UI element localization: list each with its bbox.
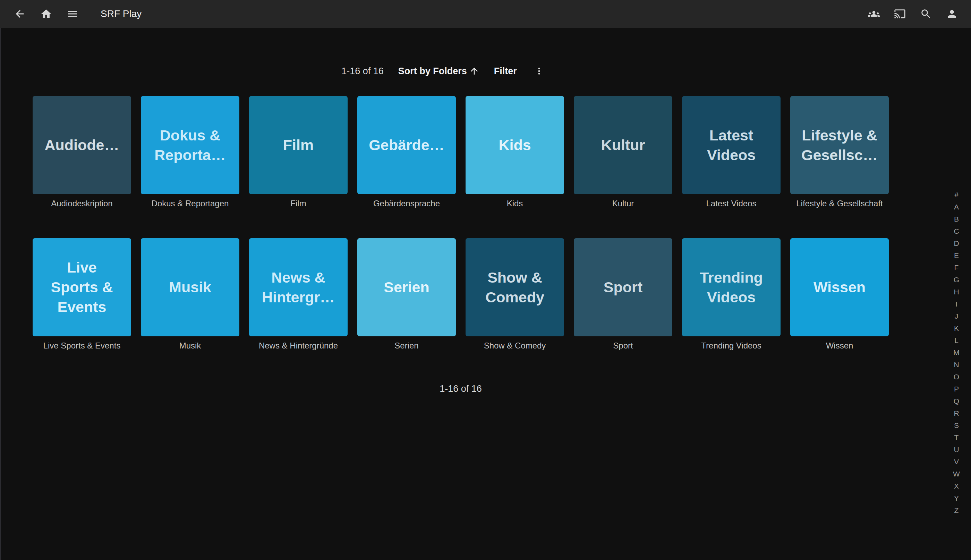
filter-button[interactable]: Filter: [494, 66, 517, 77]
alpha-letter-T[interactable]: T: [949, 432, 964, 443]
folder-card: News & Hintergr…News & Hintergründe: [249, 238, 348, 351]
folder-tile-9[interactable]: Musik: [141, 238, 239, 337]
folder-caption: Kultur: [574, 198, 672, 209]
home-icon: [40, 8, 52, 20]
vertical-dots-icon: [534, 66, 544, 76]
folder-caption: Gebärdensprache: [357, 198, 456, 209]
folder-tile-0[interactable]: Audiode…: [33, 96, 131, 194]
folder-tile-3[interactable]: Gebärde…: [357, 96, 456, 194]
app-bar-right: [866, 6, 959, 22]
folder-tile-2[interactable]: Film: [249, 96, 348, 194]
folder-tile-11[interactable]: Serien: [357, 238, 456, 337]
search-button[interactable]: [918, 6, 934, 22]
item-count-bottom: 1-16 of 16: [33, 383, 889, 395]
folder-caption: Audiodeskription: [33, 198, 131, 209]
folder-tile-4[interactable]: Kids: [465, 96, 564, 194]
cast-icon: [894, 8, 906, 20]
folder-card: WissenWissen: [790, 238, 889, 351]
folder-caption: Dokus & Reportagen: [141, 198, 239, 209]
user-button[interactable]: [944, 6, 959, 22]
alpha-letter-Z[interactable]: Z: [949, 504, 964, 516]
hamburger-menu-icon: [67, 8, 78, 20]
folder-tile-10[interactable]: News & Hintergr…: [249, 238, 348, 337]
alpha-letter-B[interactable]: B: [949, 213, 964, 225]
folder-tile-12[interactable]: Show & Comedy: [465, 238, 564, 337]
folder-tile-1[interactable]: Dokus & Reporta…: [141, 96, 239, 194]
alpha-letter-E[interactable]: E: [949, 249, 964, 262]
folder-tile-6[interactable]: Latest Videos: [682, 96, 781, 194]
left-edge-divider: [0, 28, 1, 560]
page-title: SRF Play: [101, 8, 142, 19]
groups-button[interactable]: [866, 6, 881, 22]
folder-caption: Show & Comedy: [465, 340, 564, 351]
folder-tile-7[interactable]: Lifestyle & Gesellsc…: [790, 96, 889, 194]
search-icon: [920, 8, 932, 20]
folder-caption: Live Sports & Events: [33, 340, 131, 351]
sort-button[interactable]: Sort by Folders: [398, 66, 479, 77]
app-bar-left: SRF Play: [12, 6, 142, 22]
folder-tile-15[interactable]: Wissen: [790, 238, 889, 337]
folder-card: Gebärde…Gebärdensprache: [357, 96, 456, 209]
folder-card: FilmFilm: [249, 96, 348, 209]
alpha-letter-F[interactable]: F: [949, 262, 964, 273]
alpha-letter-X[interactable]: X: [949, 480, 964, 492]
sort-button-label: Sort by Folders: [398, 66, 467, 77]
back-button[interactable]: [12, 6, 27, 22]
user-icon: [946, 8, 958, 20]
folder-card: Live Sports & EventsLive Sports & Events: [33, 238, 131, 351]
alpha-letter-H[interactable]: H: [949, 286, 964, 298]
home-button[interactable]: [38, 6, 54, 22]
cast-button[interactable]: [892, 6, 908, 22]
alpha-letter-N[interactable]: N: [949, 358, 964, 371]
folder-caption: News & Hintergründe: [249, 340, 348, 351]
alpha-letter-P[interactable]: P: [949, 383, 964, 395]
folder-tile-5[interactable]: Kultur: [574, 96, 672, 194]
folder-card: SportSport: [574, 238, 672, 351]
folder-tile-8[interactable]: Live Sports & Events: [33, 238, 131, 337]
groups-icon: [868, 8, 880, 20]
folder-card: Dokus & Reporta…Dokus & Reportagen: [141, 96, 239, 209]
folder-caption: Musik: [141, 340, 239, 351]
folder-grid: Audiode…AudiodeskriptionDokus & Reporta……: [33, 96, 889, 351]
library-toolbar: 1-16 of 16 Sort by Folders Filter: [0, 60, 888, 83]
alpha-letter-M[interactable]: M: [949, 347, 964, 358]
alpha-letter-Q[interactable]: Q: [949, 395, 964, 407]
folder-tile-14[interactable]: Trending Videos: [682, 238, 781, 337]
alpha-letter-K[interactable]: K: [949, 322, 964, 334]
folder-card: KidsKids: [465, 96, 564, 209]
alpha-letter-G[interactable]: G: [949, 273, 964, 286]
app-bar: SRF Play: [0, 0, 971, 28]
folder-card: Latest VideosLatest Videos: [682, 96, 781, 209]
folder-caption: Sport: [574, 340, 672, 351]
alphabet-picker: #ABCDEFGHIJKLMNOPQRSTUVWXYZ: [949, 188, 964, 516]
alpha-letter-Y[interactable]: Y: [949, 492, 964, 504]
folder-caption: Lifestyle & Gesellschaft: [790, 198, 889, 209]
alpha-letter-V[interactable]: V: [949, 456, 964, 468]
folder-caption: Kids: [465, 198, 564, 209]
alpha-letter-I[interactable]: I: [949, 298, 964, 310]
folder-card: Lifestyle & Gesellsc…Lifestyle & Gesells…: [790, 96, 889, 209]
menu-button[interactable]: [65, 6, 80, 22]
alpha-letter-A[interactable]: A: [949, 201, 964, 213]
folder-card: Show & ComedyShow & Comedy: [465, 238, 564, 351]
more-options-button[interactable]: [531, 63, 547, 79]
filter-button-label: Filter: [494, 66, 517, 77]
alpha-letter-U[interactable]: U: [949, 443, 964, 456]
folder-tile-13[interactable]: Sport: [574, 238, 672, 337]
item-count-top: 1-16 of 16: [341, 66, 384, 77]
alpha-letter-C[interactable]: C: [949, 225, 964, 237]
folder-caption: Wissen: [790, 340, 889, 351]
alpha-letter-D[interactable]: D: [949, 237, 964, 249]
folder-card: SerienSerien: [357, 238, 456, 351]
folder-card: Trending VideosTrending Videos: [682, 238, 781, 351]
alpha-letter-W[interactable]: W: [949, 468, 964, 480]
alpha-letter-O[interactable]: O: [949, 371, 964, 383]
alpha-letter-#[interactable]: #: [949, 188, 964, 201]
arrow-up-icon: [469, 66, 479, 76]
alpha-letter-L[interactable]: L: [949, 334, 964, 347]
alpha-letter-J[interactable]: J: [949, 310, 964, 322]
folder-card: KulturKultur: [574, 96, 672, 209]
alpha-letter-S[interactable]: S: [949, 419, 964, 432]
folder-caption: Trending Videos: [682, 340, 781, 351]
alpha-letter-R[interactable]: R: [949, 407, 964, 419]
